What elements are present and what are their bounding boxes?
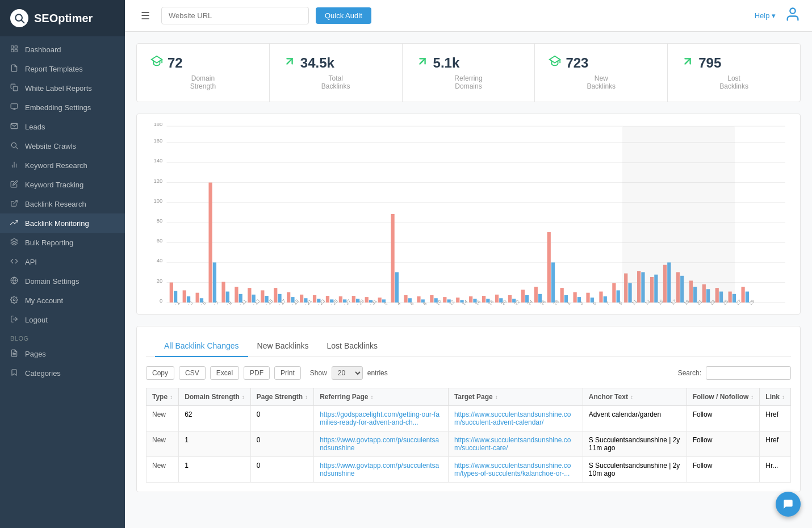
sidebar-item-backlink-research[interactable]: Backlink Research xyxy=(0,194,125,213)
svg-rect-51 xyxy=(183,290,186,302)
tab-new-backlinks[interactable]: New Backlinks xyxy=(248,336,318,357)
sidebar-item-categories[interactable]: Categories xyxy=(0,363,125,383)
stat-label-1: TotalBacklinks xyxy=(283,74,388,90)
svg-text:0: 0 xyxy=(160,297,162,304)
svg-rect-53 xyxy=(196,293,199,303)
excel-button[interactable]: Excel xyxy=(210,366,239,380)
sidebar-item-domain-settings[interactable]: Domain Settings xyxy=(0,271,125,291)
bar-chart-icon xyxy=(10,161,19,170)
sidebar-item-backlink-monitoring[interactable]: Backlink Monitoring xyxy=(0,213,125,233)
sidebar-item-embedding-settings[interactable]: Embedding Settings xyxy=(0,98,125,117)
csv-button[interactable]: CSV xyxy=(179,366,206,380)
referring-page-link[interactable]: https://godspacelight.com/getting-our-fa… xyxy=(320,410,440,426)
svg-rect-117 xyxy=(612,283,616,303)
quick-audit-button[interactable]: Quick Audit xyxy=(316,7,371,24)
table-search-input[interactable] xyxy=(706,366,791,380)
svg-rect-83 xyxy=(391,214,394,303)
referring-page-link[interactable]: https://www.govtapp.com/p/succulentsands… xyxy=(320,436,439,452)
header: ☰ Quick Audit Help ▾ xyxy=(125,0,812,32)
pdf-button[interactable]: PDF xyxy=(244,366,270,380)
print-button[interactable]: Print xyxy=(274,366,301,380)
sidebar-item-leads[interactable]: Leads xyxy=(0,117,125,136)
code-icon xyxy=(10,257,19,266)
svg-rect-3 xyxy=(15,46,17,48)
svg-rect-115 xyxy=(599,292,602,303)
svg-text:40: 40 xyxy=(157,257,162,263)
sidebar-item-white-label-reports[interactable]: White Label Reports xyxy=(0,78,125,98)
svg-rect-77 xyxy=(352,296,355,303)
anchor-text: S Succulentsandsunshine | 2y 11m ago xyxy=(589,436,680,452)
bookmark-icon xyxy=(10,368,19,378)
sidebar-label: Keyword Research xyxy=(25,161,87,170)
target-page-link[interactable]: https://www.succulentsandsunshine.com/ty… xyxy=(454,462,571,477)
svg-marker-16 xyxy=(11,238,18,242)
svg-rect-59 xyxy=(235,287,238,303)
stat-icon-3 xyxy=(549,55,561,71)
svg-line-26 xyxy=(420,58,425,64)
sidebar-label: Backlink Research xyxy=(25,200,86,208)
svg-rect-87 xyxy=(417,296,420,303)
svg-text:180: 180 xyxy=(154,123,163,127)
sidebar-label: Categories xyxy=(25,369,61,378)
svg-rect-55 xyxy=(208,183,212,303)
logo-icon xyxy=(10,9,28,27)
copy-button[interactable]: Copy xyxy=(146,366,174,380)
sidebar-item-bulk-reporting[interactable]: Bulk Reporting xyxy=(0,233,125,252)
svg-rect-99 xyxy=(495,295,499,303)
mail-icon xyxy=(10,122,19,131)
th-domain-strength[interactable]: Domain Strength↕ xyxy=(179,388,251,406)
svg-rect-85 xyxy=(404,295,407,303)
page-strength: 0 xyxy=(257,410,261,418)
anchor-text: S Succulentsandsunshine | 2y 10m ago xyxy=(589,462,680,477)
svg-rect-49 xyxy=(170,283,173,303)
sidebar-item-report-templates[interactable]: Report Templates xyxy=(0,59,125,78)
stat-card-1: 34.5k TotalBacklinks xyxy=(270,44,403,102)
table-section: All Backlink ChangesNew BacklinksLost Ba… xyxy=(136,326,801,492)
svg-text:100: 100 xyxy=(154,198,163,204)
th-page-strength[interactable]: Page Strength↕ xyxy=(250,388,313,406)
sidebar-item-pages[interactable]: Pages xyxy=(0,344,125,363)
help-button[interactable]: Help ▾ xyxy=(755,11,776,20)
anchor-text: Advent calendar/garden xyxy=(589,410,661,418)
sidebar-item-my-account[interactable]: My Account xyxy=(0,291,125,310)
svg-rect-107 xyxy=(547,232,551,303)
th-referring-page[interactable]: Referring Page↕ xyxy=(314,388,449,406)
svg-rect-61 xyxy=(248,288,251,303)
referring-page-link[interactable]: https://www.govtapp.com/p/succulentsands… xyxy=(320,462,439,477)
tab-lost-backlinks[interactable]: Lost Backlinks xyxy=(318,336,387,357)
sidebar-label: Logout xyxy=(25,316,48,324)
target-page-link[interactable]: https://www.succulentsandsunshine.com/su… xyxy=(454,436,571,452)
url-input[interactable] xyxy=(161,7,309,24)
menu-toggle-button[interactable]: ☰ xyxy=(136,7,154,24)
sidebar-item-logout[interactable]: Logout xyxy=(0,310,125,329)
type-badge: New xyxy=(152,410,166,418)
sidebar-item-keyword-tracking[interactable]: Keyword Tracking xyxy=(0,175,125,194)
sidebar-item-api[interactable]: API xyxy=(0,252,125,271)
sidebar-item-website-crawls[interactable]: Website Crawls xyxy=(0,136,125,156)
stat-value-0: 72 xyxy=(168,55,183,71)
svg-line-1 xyxy=(22,20,24,23)
tab-all-backlink-changes[interactable]: All Backlink Changes xyxy=(155,336,248,357)
entries-select[interactable]: 102050100 xyxy=(332,366,363,380)
th-type[interactable]: Type↕ xyxy=(147,388,179,406)
svg-rect-75 xyxy=(339,296,342,303)
th-anchor-text[interactable]: Anchor Text↕ xyxy=(583,388,687,406)
chat-button[interactable] xyxy=(776,492,801,517)
backlink-chart: 0 20 40 60 80 100 120 140 160 180 xyxy=(146,123,791,305)
svg-point-19 xyxy=(13,299,15,301)
svg-rect-103 xyxy=(521,290,525,302)
user-avatar-icon[interactable] xyxy=(785,6,801,26)
svg-rect-69 xyxy=(300,295,303,303)
svg-rect-91 xyxy=(443,297,446,303)
svg-text:160: 160 xyxy=(154,137,163,144)
follow-nofollow: Follow xyxy=(693,462,713,470)
blog-section-label: Blog xyxy=(0,329,125,344)
target-page-link[interactable]: https://www.succulentsandsunshine.com/su… xyxy=(454,410,571,426)
logo[interactable]: SEOptimer xyxy=(0,0,125,36)
sidebar-item-dashboard[interactable]: Dashboard xyxy=(0,40,125,59)
domain-strength: 62 xyxy=(185,410,192,418)
sidebar-item-keyword-research[interactable]: Keyword Research xyxy=(0,156,125,175)
th-link[interactable]: Link↕ xyxy=(760,388,791,406)
th-target-page[interactable]: Target Page↕ xyxy=(448,388,583,406)
th-follow---nofollow[interactable]: Follow / Nofollow↕ xyxy=(687,388,760,406)
